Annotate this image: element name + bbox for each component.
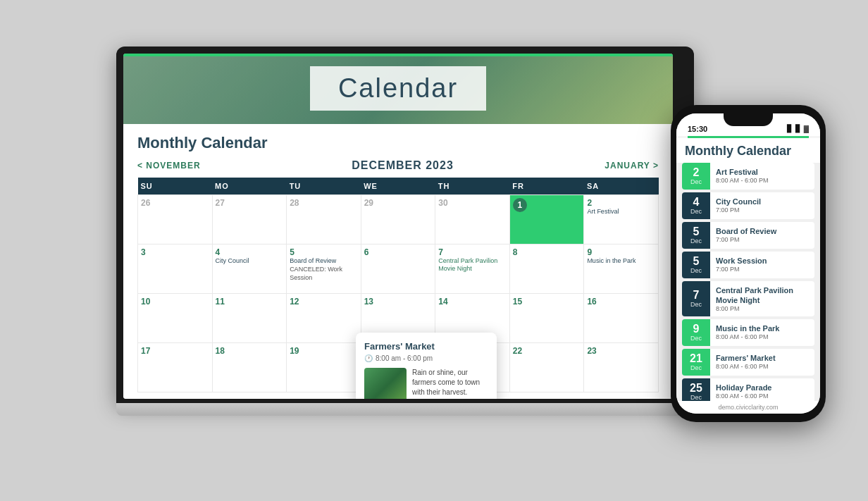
calendar-header-image: Calendar [123, 54, 673, 124]
monthly-calendar-title: Monthly Calendar [137, 134, 659, 152]
phone-event-item[interactable]: 5 Dec Board of Review 7:00 PM [682, 222, 814, 249]
popup-time: 🕐 8:00 am - 6:00 pm [364, 354, 488, 362]
phone-outer: 15:30 ▊ ▊ ▓ Monthly Calendar 2 Dec [671, 105, 826, 422]
cal-cell[interactable]: 23 [584, 342, 659, 392]
laptop-screen: Calendar Monthly Calendar < NOVEMBER DEC… [123, 54, 673, 399]
weekday-we: WE [361, 178, 435, 195]
phone-event-item[interactable]: 5 Dec Work Session 7:00 PM [682, 252, 814, 278]
phone-event-item[interactable]: 7 Dec Central Park Pavilion Movie Night … [682, 281, 814, 317]
cal-cell[interactable]: 11 [212, 293, 287, 342]
signal-icon: ▊ [795, 125, 801, 132]
phone-event-item[interactable]: 9 Dec Music in the Park 8:00 AM - 6:00 P… [682, 319, 814, 346]
clock-icon: 🕐 [364, 354, 373, 362]
cal-cell[interactable]: 10 [138, 293, 213, 342]
header-accent-bar [123, 54, 673, 56]
phone-event-date: 21 Dec [682, 349, 710, 376]
popup-image [364, 368, 407, 399]
event-work-session-canceled[interactable]: CANCELED: Work Session [290, 266, 358, 282]
phone-event-info: Music in the Park 8:00 AM - 6:00 PM [710, 319, 814, 346]
cal-cell-today[interactable]: 1 [509, 194, 584, 244]
phone-event-info: Central Park Pavilion Movie Night 8:00 P… [710, 281, 814, 317]
event-pavilion-movie[interactable]: Central Park Pavilion Movie Night [438, 257, 507, 273]
popup-description: Rain or shine, our farmers come to town … [412, 368, 488, 399]
weekday-th: TH [435, 178, 510, 195]
cal-cell[interactable]: 5Board of ReviewCANCELED: Work Session [287, 244, 361, 293]
phone-event-date: 5 Dec [682, 252, 710, 278]
event-city-council[interactable]: City Council [216, 257, 284, 266]
prev-month-button[interactable]: < NOVEMBER [137, 161, 201, 171]
phone-status-icons: ▊ ▊ ▓ [787, 125, 809, 132]
cal-cell[interactable]: 26 [138, 194, 213, 244]
weekday-fr: FR [509, 178, 584, 195]
weekday-su: SU [138, 178, 213, 195]
phone-calendar-title: Monthly Calendar [676, 138, 820, 163]
cal-cell[interactable]: 3 [138, 244, 213, 293]
cal-cell[interactable]: 12 [287, 293, 361, 342]
cal-cell[interactable]: 15 [509, 293, 584, 342]
cal-cell[interactable]: 9Music in the Park [584, 244, 659, 293]
current-month-title: DECEMBER 2023 [352, 159, 454, 172]
laptop-base [116, 403, 694, 416]
phone-event-date: 2 Dec [682, 163, 710, 190]
calendar-body: Monthly Calendar < NOVEMBER DECEMBER 202… [123, 124, 673, 399]
wifi-icon: ▊ [787, 125, 793, 132]
calendar-main-title: Calendar [310, 66, 486, 111]
cal-cell[interactable]: 2Art Festival [584, 194, 659, 244]
cal-cell[interactable]: 22 [509, 342, 584, 392]
weekday-mo: MO [212, 178, 287, 195]
weekday-sa: SA [584, 178, 659, 195]
phone-event-date: 25 Dec [682, 378, 710, 400]
cal-cell[interactable]: 4City Council [212, 244, 287, 293]
cal-cell[interactable]: 27 [212, 194, 287, 244]
phone-event-info: Farmers' Market 8:00 AM - 6:00 PM [710, 349, 814, 376]
phone-event-item[interactable]: 21 Dec Farmers' Market 8:00 AM - 6:00 PM [682, 349, 814, 376]
phone: 15:30 ▊ ▊ ▓ Monthly Calendar 2 Dec [671, 105, 826, 422]
phone-event-date: 4 Dec [682, 192, 710, 219]
laptop: Calendar Monthly Calendar < NOVEMBER DEC… [116, 47, 694, 455]
popup-title: Farmers' Market [364, 341, 488, 352]
battery-icon: ▓ [804, 125, 809, 132]
cal-cell[interactable]: 7Central Park Pavilion Movie Night [435, 244, 510, 293]
phone-event-info: Art Festival 8:00 AM - 6:00 PM [710, 163, 814, 190]
phone-event-info: Board of Review 7:00 PM [710, 222, 814, 249]
cal-cell[interactable]: 30 [435, 194, 510, 244]
event-music-in-park[interactable]: Music in the Park [587, 257, 655, 266]
event-board-of-review[interactable]: Board of Review [290, 257, 358, 266]
cal-cell[interactable]: 6 [361, 244, 435, 293]
cal-cell[interactable]: 28 [287, 194, 361, 244]
cal-cell[interactable]: 18 [212, 342, 287, 392]
phone-event-info: City Council 7:00 PM [710, 192, 814, 219]
event-popup: Farmers' Market 🕐 8:00 am - 6:00 pm Rain… [356, 333, 497, 399]
phone-screen: 15:30 ▊ ▊ ▓ Monthly Calendar 2 Dec [676, 113, 820, 414]
phone-event-item[interactable]: 2 Dec Art Festival 8:00 AM - 6:00 PM [682, 163, 814, 190]
phone-event-item[interactable]: 4 Dec City Council 7:00 PM [682, 192, 814, 219]
event-art-festival[interactable]: Art Festival [587, 208, 655, 216]
scene: Calendar Monthly Calendar < NOVEMBER DEC… [0, 0, 868, 501]
phone-event-date: 5 Dec [682, 222, 710, 249]
phone-event-info: Work Session 7:00 PM [710, 252, 814, 278]
phone-footer: demo.civicclarity.com [676, 401, 820, 414]
phone-event-item[interactable]: 25 Dec Holiday Parade 8:00 AM - 6:00 PM [682, 378, 814, 400]
cal-cell[interactable]: 16 [584, 293, 659, 342]
phone-notch [724, 113, 773, 126]
cal-cell[interactable]: 19 [287, 342, 361, 392]
cal-cell[interactable]: 8 [509, 244, 584, 293]
phone-event-date: 9 Dec [682, 319, 710, 346]
next-month-button[interactable]: JANUARY > [604, 161, 659, 171]
phone-time: 15:30 [688, 125, 707, 133]
weekday-tu: TU [287, 178, 361, 195]
popup-content: Rain or shine, our farmers come to town … [364, 368, 488, 399]
phone-event-info: Holiday Parade 8:00 AM - 6:00 PM [710, 378, 814, 400]
calendar-navigation: < NOVEMBER DECEMBER 2023 JANUARY > [137, 159, 659, 172]
cal-cell[interactable]: 17 [138, 342, 213, 392]
cal-cell[interactable]: 29 [361, 194, 435, 244]
phone-events-list: 2 Dec Art Festival 8:00 AM - 6:00 PM 4 D… [676, 163, 820, 401]
phone-event-date: 7 Dec [682, 281, 710, 317]
